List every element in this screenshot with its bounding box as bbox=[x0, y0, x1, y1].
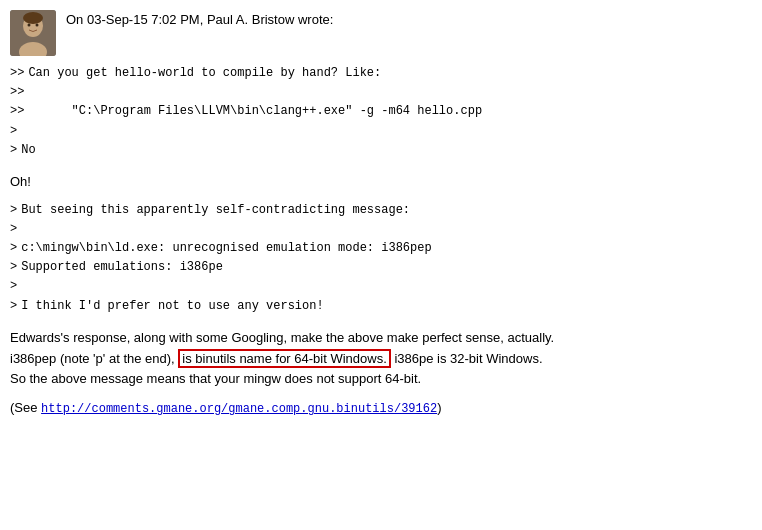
quote-marker-1: >> bbox=[10, 64, 24, 83]
see-close-paren: ) bbox=[437, 400, 441, 415]
email-header: On 03-Sep-15 7:02 PM, Paul A. Bristow wr… bbox=[10, 10, 747, 56]
quote-body-marker-3: > bbox=[10, 239, 17, 258]
quoted-body-line-2: > bbox=[10, 220, 747, 239]
quote-body-marker-1: > bbox=[10, 201, 17, 220]
quoted-text-1: Can you get hello-world to compile by ha… bbox=[28, 64, 381, 83]
quoted-body-line-1: > But seeing this apparently self-contra… bbox=[10, 201, 747, 220]
oh-paragraph: Oh! bbox=[10, 172, 747, 193]
quote-body-marker-4: > bbox=[10, 258, 17, 277]
svg-point-5 bbox=[36, 24, 39, 27]
quoted-body-line-5: > bbox=[10, 277, 747, 296]
quoted-body-line-4: > Supported emulations: i386pe bbox=[10, 258, 747, 277]
quoted-body-line-6: > I think I'd prefer not to use any vers… bbox=[10, 297, 747, 316]
avatar bbox=[10, 10, 56, 56]
quoted-line-5: > No bbox=[10, 141, 747, 160]
quoted-line-4: > bbox=[10, 122, 747, 141]
quoted-body-block: > But seeing this apparently self-contra… bbox=[10, 201, 747, 316]
quote-marker-5: > bbox=[10, 141, 17, 160]
quoted-line-3: >> "C:\Program Files\LLVM\bin\clang++.ex… bbox=[10, 102, 747, 121]
highlighted-phrase: is binutils name for 64-bit Windows. bbox=[178, 349, 390, 368]
quote-marker-4: > bbox=[10, 122, 17, 141]
email-container: On 03-Sep-15 7:02 PM, Paul A. Bristow wr… bbox=[10, 10, 747, 427]
quoted-line-1: >> Can you get hello-world to compile by… bbox=[10, 64, 747, 83]
main-paragraph: Edwards's response, along with some Goog… bbox=[10, 328, 747, 390]
paragraph-before-highlight: Edwards's response, along with some Goog… bbox=[10, 330, 554, 345]
quoted-line-2: >> bbox=[10, 83, 747, 102]
see-paragraph: (See http://comments.gmane.org/gmane.com… bbox=[10, 398, 747, 419]
quoted-text-5: No bbox=[21, 141, 35, 160]
paragraph-conclusion: So the above message means that your min… bbox=[10, 371, 421, 386]
see-text: (See bbox=[10, 400, 41, 415]
paragraph-after-highlight: i386pe is 32-bit Windows. bbox=[391, 351, 543, 366]
paragraph-i386pep-intro: i386pep (note 'p' at the end), bbox=[10, 351, 178, 366]
oh-text: Oh! bbox=[10, 174, 31, 189]
main-body: Edwards's response, along with some Goog… bbox=[10, 320, 747, 428]
email-body: Oh! bbox=[10, 164, 747, 201]
avatar-image bbox=[10, 10, 56, 56]
gmane-link[interactable]: http://comments.gmane.org/gmane.comp.gnu… bbox=[41, 402, 437, 416]
quote-marker-2: >> bbox=[10, 83, 24, 102]
quote-body-marker-2: > bbox=[10, 220, 17, 239]
header-date-author: On 03-Sep-15 7:02 PM, Paul A. Bristow wr… bbox=[66, 12, 333, 27]
quoted-body-text-3: c:\mingw\bin\ld.exe: unrecognised emulat… bbox=[21, 239, 431, 258]
quote-body-marker-5: > bbox=[10, 277, 17, 296]
quoted-text-3: "C:\Program Files\LLVM\bin\clang++.exe" … bbox=[28, 102, 482, 121]
quote-marker-3: >> bbox=[10, 102, 24, 121]
svg-point-2 bbox=[23, 12, 43, 24]
quote-body-marker-6: > bbox=[10, 297, 17, 316]
quoted-body-text-1: But seeing this apparently self-contradi… bbox=[21, 201, 410, 220]
quoted-body-text-4: Supported emulations: i386pe bbox=[21, 258, 223, 277]
quoted-block: >> Can you get hello-world to compile by… bbox=[10, 64, 747, 160]
header-text: On 03-Sep-15 7:02 PM, Paul A. Bristow wr… bbox=[66, 10, 333, 27]
quoted-body-text-6: I think I'd prefer not to use any versio… bbox=[21, 297, 323, 316]
svg-point-4 bbox=[28, 24, 31, 27]
quoted-body-line-3: > c:\mingw\bin\ld.exe: unrecognised emul… bbox=[10, 239, 747, 258]
